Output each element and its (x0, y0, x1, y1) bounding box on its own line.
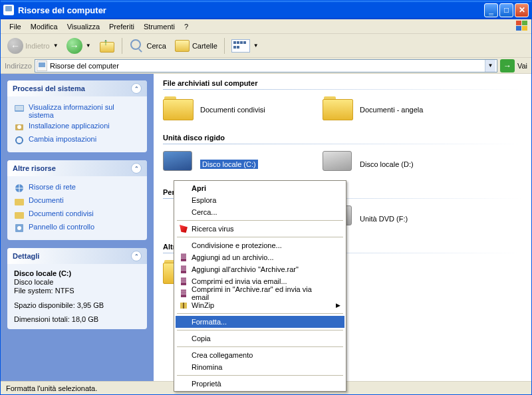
close-button[interactable]: ✕ (515, 3, 529, 17)
item-user-docs[interactable]: Documenti - angela (323, 96, 469, 123)
context-menu: ApriEsploraCerca...Ricerca virusCondivis… (174, 180, 346, 392)
context-item-label: Ricerca virus (192, 225, 234, 233)
collapse-icon[interactable]: ⌃ (131, 163, 142, 174)
go-button[interactable]: → (500, 59, 515, 72)
address-value: Risorse del computer (50, 62, 119, 70)
folders-button[interactable]: Cartelle (172, 37, 220, 55)
link-documents[interactable]: Documenti (14, 195, 140, 208)
context-item-label: Apri (192, 184, 206, 192)
svg-point-13 (17, 226, 21, 230)
context-item[interactable]: Cerca... (176, 206, 344, 218)
address-dropdown[interactable]: ▼ (485, 60, 495, 72)
view-button[interactable]: ▼ (229, 38, 261, 54)
item-disk-c[interactable]: Disco locale (C:) (163, 151, 309, 178)
svg-rect-3 (522, 26, 527, 31)
context-item[interactable]: Formatta... (176, 316, 344, 328)
collapse-icon[interactable]: ⌃ (131, 83, 142, 94)
windows-flag-icon (515, 20, 529, 32)
item-disk-d[interactable]: Disco locale (D:) (323, 151, 469, 178)
toolbar-separator (224, 38, 225, 54)
link-control-panel[interactable]: Pannello di controllo (14, 221, 140, 235)
up-button[interactable] (96, 37, 118, 55)
link-add-remove[interactable]: Installazione applicazioni (14, 120, 140, 134)
svg-rect-31 (183, 303, 184, 309)
forward-button[interactable]: → ▼ (64, 37, 94, 55)
status-text: Formatta l'unità selezionata. (6, 384, 97, 392)
rar-icon (178, 264, 189, 275)
address-label: Indirizzo (5, 62, 32, 70)
link-change-settings[interactable]: Cambia impostazioni (14, 134, 140, 147)
view-icon (231, 39, 250, 53)
control-panel-icon (14, 223, 25, 233)
zip-icon (178, 300, 189, 311)
av-icon (178, 223, 189, 234)
context-item[interactable]: Crea collegamento (176, 349, 344, 361)
context-item[interactable]: Esplora (176, 194, 344, 206)
rar-icon (178, 276, 189, 287)
disk-icon (163, 151, 192, 171)
minimize-button[interactable]: ‗ (484, 3, 498, 17)
back-button: ← Indietro ▼ (5, 37, 61, 55)
network-icon (14, 183, 25, 194)
panel-details: Dettagli ⌃ Disco locale (C:) Disco local… (7, 248, 147, 329)
detail-type: Disco locale (14, 278, 140, 287)
details-body: Disco locale (C:) Disco locale File syst… (7, 264, 147, 329)
toolbar: ← Indietro ▼ → ▼ Cerca Cartelle ▼ (1, 34, 531, 58)
context-item-label: Copia (192, 334, 211, 342)
context-item[interactable]: Copia (176, 332, 344, 344)
window-title: Risorse del computer (18, 5, 484, 15)
panel-system-tasks: Processi del sistema ⌃ Visualizza inform… (7, 80, 147, 152)
panel-header[interactable]: Dettagli ⌃ (7, 248, 147, 264)
svg-rect-17 (181, 257, 186, 259)
context-item[interactable]: Condivisione e protezione... (176, 239, 344, 251)
panel-header[interactable]: Altre risorse ⌃ (7, 160, 147, 176)
search-button[interactable]: Cerca (126, 37, 169, 55)
address-input[interactable]: Risorse del computer ▼ (35, 59, 497, 72)
context-item[interactable]: Ricerca virus (176, 223, 344, 235)
menu-preferiti[interactable]: Preferiti (104, 21, 139, 32)
svg-rect-23 (181, 277, 186, 279)
back-label: Indietro (25, 42, 50, 50)
menu-modifica[interactable]: Modifica (26, 21, 63, 32)
context-item[interactable]: Proprietà (176, 378, 344, 390)
context-item[interactable]: Aggiungi all'archivio "Archive.rar" (176, 263, 344, 275)
context-item-label: WinZip (192, 301, 214, 309)
link-system-info[interactable]: Visualizza informazioni sul sistema (14, 102, 140, 120)
context-item-label: Esplora (192, 196, 216, 204)
titlebar: Risorse del computer ‗ □ ✕ (1, 1, 531, 19)
folder-icon (323, 96, 352, 119)
link-shared-docs[interactable]: Documenti condivisi (14, 208, 140, 221)
svg-rect-1 (522, 21, 527, 25)
maximize-button[interactable]: □ (499, 3, 513, 17)
item-shared-docs[interactable]: Documenti condivisi (163, 96, 309, 123)
detail-name: Disco locale (C:) (14, 269, 140, 278)
addremove-icon (14, 122, 25, 132)
menu-strumenti[interactable]: Strumenti (139, 21, 180, 32)
section-files: File archiviati sul computer (154, 74, 531, 90)
menubar: File Modifica Visualizza Preferiti Strum… (1, 19, 531, 34)
context-item[interactable]: WinZip▶ (176, 299, 344, 311)
explorer-window: Risorse del computer ‗ □ ✕ File Modifica… (0, 0, 532, 395)
context-item[interactable]: Rinomina (176, 361, 344, 373)
context-item[interactable]: Comprimi in "Archive.rar" ed invia via e… (176, 287, 344, 299)
panel-header[interactable]: Processi del sistema ⌃ (7, 80, 147, 96)
context-separator (177, 220, 343, 221)
svg-rect-21 (181, 269, 186, 271)
folder-icon (14, 196, 25, 207)
link-network[interactable]: Risorse di rete (14, 182, 140, 195)
svg-rect-5 (15, 106, 23, 110)
menu-file[interactable]: File (5, 21, 26, 32)
context-item-label: Formatta... (192, 318, 227, 326)
context-item[interactable]: Aggiungi ad un archivio... (176, 251, 344, 263)
menu-visualizza[interactable]: Visualizza (63, 21, 104, 32)
svg-rect-29 (181, 293, 186, 295)
context-separator (177, 237, 343, 237)
collapse-icon[interactable]: ⌃ (131, 251, 142, 261)
context-item[interactable]: Apri (176, 182, 344, 194)
settings-icon (14, 135, 25, 146)
menu-help[interactable]: ? (180, 21, 193, 32)
folder-icon (14, 209, 25, 220)
section-hard-disks: Unità disco rigido (154, 128, 531, 144)
search-label: Cerca (147, 42, 166, 50)
computer-icon (37, 61, 47, 71)
